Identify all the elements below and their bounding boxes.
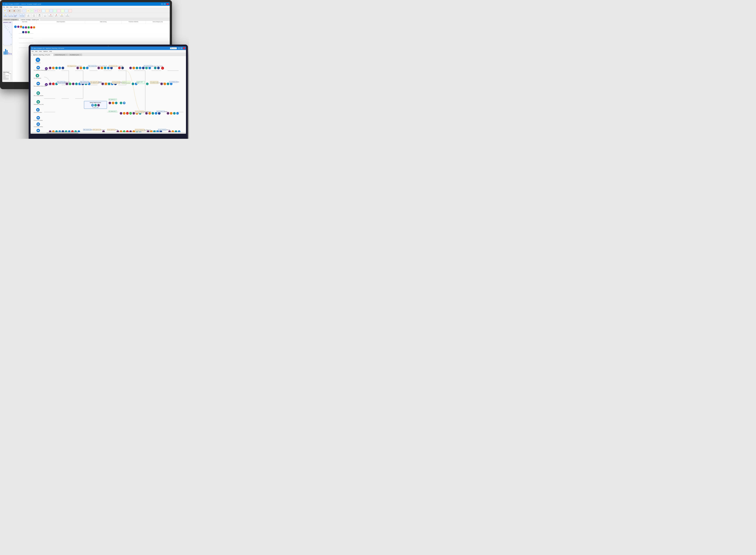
node-pre-reg-student[interactable]: 📖 Pre_Registered_Student_Data <box>34 66 43 71</box>
pc-r1e-4[interactable]: △ <box>139 67 141 69</box>
btn-input-data[interactable]: ⬜Input Data <box>8 13 13 17</box>
btn-send[interactable]: 📨Send <box>43 13 48 17</box>
pc-r3c-4[interactable]: ✗ <box>129 112 132 115</box>
pc-r1e-1[interactable]: ⬛ <box>129 67 132 69</box>
node-gl-enrol[interactable]: 📖 GL_tbl_enrol_lookup <box>34 116 43 121</box>
btn-solution[interactable]: 💡Solution <box>59 13 64 17</box>
toolbar-crosstable[interactable] <box>65 9 68 12</box>
summarize-far-right[interactable]: Σ <box>161 67 164 70</box>
btn-connect[interactable]: 🔗Connect <box>65 13 70 17</box>
horizontal-scrollbar[interactable] <box>31 132 186 134</box>
front-menu-file[interactable]: File <box>32 51 34 52</box>
node-a2-r1[interactable]: A2 <box>45 67 48 70</box>
pc-r3c-3[interactable]: Σ <box>126 112 129 115</box>
pc-r1d-2[interactable]: ⬛ <box>121 67 124 69</box>
front-menu-options[interactable]: Options <box>43 51 48 52</box>
toolbar-filter[interactable]: ▽ <box>38 9 41 12</box>
pc-r1c-1[interactable]: ⬛ <box>97 67 100 69</box>
node-raw-applicant[interactable]: 📖 Raw_Applicant_Person_Data <box>34 82 43 87</box>
front-close-btn[interactable]: ✕ <box>183 47 185 49</box>
back-menu-edit[interactable]: Edit <box>6 6 8 8</box>
pcr3fr-5[interactable]: ∿ <box>158 112 161 115</box>
pcaet-1[interactable]: △ <box>146 83 149 85</box>
proc-node-r1-2[interactable]: ⚡ <box>52 67 55 69</box>
toolbar-output-data[interactable]: 📤 <box>12 9 16 12</box>
front-tab-applicant-close[interactable]: × <box>51 54 52 55</box>
front-menu-edit[interactable]: Edit <box>35 51 37 52</box>
pcr3l-1[interactable]: ⬛ <box>167 112 169 115</box>
proc-node-r1-5[interactable]: ∿ <box>61 67 64 69</box>
pc-r3c-2[interactable]: ⚡ <box>123 112 125 115</box>
front-tab-historic[interactable]: HistoricTests.yxmd × <box>54 54 68 56</box>
node-gl-fee-stat[interactable]: 📋 GL_tbl_Fee_Status <box>34 108 42 113</box>
pc-r1e-2[interactable]: ⚡ <box>132 67 135 69</box>
toolbar-input-data[interactable]: 📥 <box>7 9 12 12</box>
pcr3fr-2[interactable]: ⚡ <box>149 112 151 115</box>
toolbar-select[interactable]: ☑ <box>34 9 38 12</box>
proc-node-r1-4[interactable]: △ <box>58 67 61 69</box>
proc-node-r1-3[interactable]: 👤 <box>55 67 58 69</box>
node-dtc-code[interactable]: 🔄 DTC_CODE_UPDATE <box>34 91 43 96</box>
pcr2fr-1[interactable]: ⬛ <box>160 83 163 85</box>
pc-r2c-3[interactable]: 👤 <box>108 83 110 85</box>
pc-r1c-2[interactable]: ⚡ <box>100 67 103 69</box>
toolbar-time-series[interactable] <box>53 9 57 12</box>
toolbar-all-tooling[interactable] <box>49 9 53 12</box>
pcr2fr-4[interactable]: △ <box>170 83 172 85</box>
node-parameters[interactable]: ⚙ Parameters <box>35 58 40 63</box>
pc-r2b-3[interactable]: ⬛ <box>72 83 75 85</box>
toolbar-transform[interactable]: ↔ <box>23 9 26 12</box>
front-workflow-canvas[interactable]: ⚙ Parameters 📖 Pre_Registered_Student_Da… <box>31 56 186 134</box>
pc-r2b-4[interactable]: 👤 <box>75 83 78 85</box>
btn-tools[interactable]: ⚙Tools <box>31 13 37 17</box>
proc-node-r1-1[interactable]: ⬛ <box>49 67 51 69</box>
back-max-btn[interactable]: □ <box>164 3 166 5</box>
scrollbar-thumb[interactable] <box>46 133 78 133</box>
back-min-btn[interactable]: − <box>161 3 163 5</box>
proc-node-r1b-1[interactable]: ⬛ <box>76 67 79 69</box>
pcr3fr-3[interactable]: 👤 <box>152 112 154 115</box>
node-gl-mode[interactable]: 📖 GL_tbl_Mode_lookup <box>34 122 43 127</box>
pcr3l-4[interactable]: △ <box>176 112 179 115</box>
pc-r2b-2[interactable]: ✗ <box>69 83 71 85</box>
pc-r2c-2[interactable]: ⚡ <box>104 83 107 85</box>
pcr3fr-1[interactable]: ⬛ <box>145 112 148 115</box>
front-min-btn[interactable]: − <box>178 47 180 49</box>
toolbar-summarize[interactable]: Σ <box>30 9 34 12</box>
toolbar-browse[interactable]: 📂 <box>3 9 7 12</box>
pc-r1d-1[interactable]: Σ <box>118 67 121 69</box>
pcfr-2[interactable]: ∿ <box>157 67 160 69</box>
btn-output-sets[interactable]: ⬜Output Sets <box>14 13 19 17</box>
btn-schedule[interactable]: ⏰Schedule <box>48 13 53 17</box>
proc-node-r1b-4[interactable]: △ <box>86 67 88 69</box>
et-node-3[interactable]: ⬛ <box>97 104 100 106</box>
pcr3fr-4[interactable]: △ <box>155 112 157 115</box>
btn-text-input[interactable]: TText Input <box>19 13 25 17</box>
back-menu-view[interactable]: View <box>10 6 12 8</box>
proc-node-r1b-2[interactable]: ⚡ <box>80 67 82 69</box>
btn-set-to[interactable]: 📌Set To <box>54 13 59 17</box>
pc-r2-1[interactable]: ⬛ <box>49 83 51 85</box>
pc-r1e-7[interactable]: 👤 <box>149 67 151 69</box>
node-gl-tbl-location[interactable]: 📋 GL_TBL_location <box>34 74 41 79</box>
pcr3l-3[interactable]: 👤 <box>173 112 176 115</box>
pc-r2d-1[interactable]: 👤 <box>132 83 134 85</box>
toolbar-join[interactable]: ⋈ <box>27 9 30 12</box>
btn-save[interactable]: 💾Save <box>37 13 42 17</box>
pc-r1e-6[interactable]: △ <box>145 67 148 69</box>
pc-r3c-5[interactable]: ⬛ <box>132 112 135 115</box>
pc-r1e-5[interactable]: ∿ <box>142 67 144 69</box>
node-withdrawn[interactable]: 📋 Withdrawn_From_CAS <box>34 100 43 105</box>
pc-r3b-1[interactable]: △ <box>120 102 122 104</box>
pc-r1c-4[interactable]: △ <box>107 67 110 69</box>
back-menu-help[interactable]: Help <box>19 6 22 8</box>
back-close-btn[interactable]: ✕ <box>166 3 169 5</box>
toolbar-text-input[interactable]: T <box>17 9 21 12</box>
toolbar-transpose[interactable] <box>61 9 64 12</box>
back-tab-analytics[interactable]: Customer Campaign - Analytics.yxmc <box>19 18 40 20</box>
et-node-1[interactable]: 📖 <box>91 104 94 106</box>
front-menu-view[interactable]: View <box>39 51 42 52</box>
front-tab-excel[interactable]: ExcelBatch.yxmc × <box>69 54 82 56</box>
front-tab-applicant[interactable]: Applicant_Reporting_LIVE.yxmd × <box>32 54 53 56</box>
toolbar-documentation[interactable] <box>42 9 45 12</box>
